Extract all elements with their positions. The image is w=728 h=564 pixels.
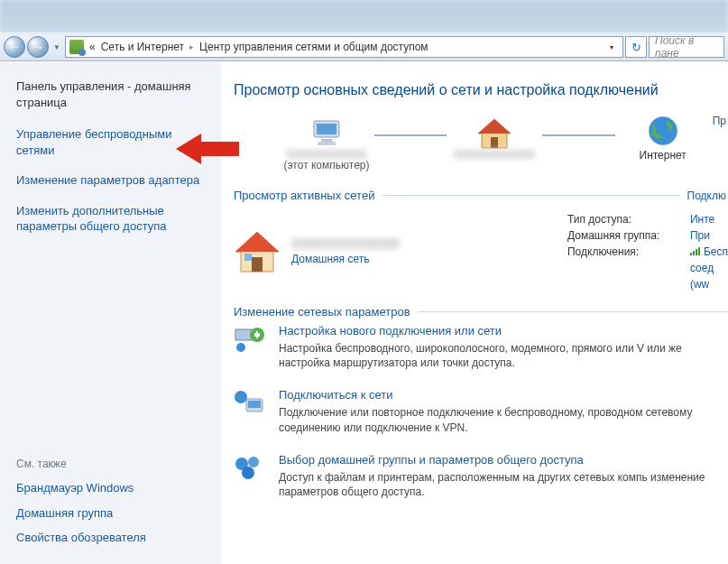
map-internet: Интернет [613,115,713,174]
homegroup-icon [234,455,266,482]
svg-rect-24 [248,401,261,408]
connections-value-2[interactable]: соед [690,260,714,276]
svg-rect-16 [696,249,697,255]
network-properties: Тип доступа: Инте Домашняя группа: При П… [567,211,728,292]
connect-to-network[interactable]: Подключиться к сети Подключение или повт… [234,388,728,434]
setup-new-connection[interactable]: Настройка нового подключения или сети На… [234,324,728,370]
svg-rect-3 [321,139,332,142]
active-networks-header: Просмотр активных сетей [234,189,374,202]
svg-point-28 [242,467,254,479]
setup-connection-title[interactable]: Настройка нового подключения или сети [279,324,728,337]
content-area: Просмотр основных сведений о сети и наст… [221,62,728,564]
svg-rect-4 [318,142,336,145]
computer-icon [309,117,345,150]
network-name-blurred [291,238,400,249]
sidebar-link-sharing[interactable]: Изменить дополнительные параметры общего… [16,203,210,235]
settings-list: Настройка нового подключения или сети На… [234,324,728,499]
see-also-firewall[interactable]: Брандмауэр Windows [16,480,210,496]
access-type-label: Тип доступа: [567,211,683,227]
svg-rect-21 [256,331,258,338]
breadcrumb-ellipsis: « [89,41,96,53]
svg-rect-17 [698,247,700,255]
connections-value[interactable]: Бесп [690,244,728,260]
svg-rect-2 [317,124,336,134]
breadcrumb-seg2[interactable]: Центр управления сетями и общим доступом [199,41,429,53]
homegroup-sharing[interactable]: Выбор домашней группы и параметров общег… [234,453,728,499]
homegroup-desc: Доступ к файлам и принтерам, расположенн… [279,470,728,499]
network-type-link[interactable]: Домашняя сеть [291,253,400,265]
see-also-homegroup[interactable]: Домашняя группа [16,505,210,522]
svg-rect-12 [252,257,263,272]
this-computer-label: (этот компьютер) [284,159,370,171]
svg-rect-13 [244,254,252,261]
breadcrumb-seg1[interactable]: Сеть и Интернет [101,41,184,53]
new-connection-icon [234,326,266,353]
refresh-button[interactable]: ↻ [625,36,647,58]
page-title: Просмотр основных сведений о сети и наст… [234,82,728,98]
computer-name-blurred [286,150,367,159]
svg-point-22 [236,343,245,352]
sidebar-link-adapter[interactable]: Изменение параметров адаптера [16,172,210,189]
globe-icon [647,115,679,147]
see-also-browser[interactable]: Свойства обозревателя [16,530,210,546]
window-titlebar [0,0,728,32]
control-panel-home-link[interactable]: Панель управления - домашняя страница [16,79,210,110]
homegroup-value[interactable]: При [690,227,710,244]
connections-value-3[interactable]: (ww [690,276,709,292]
home-network-icon [234,230,281,273]
connect-network-desc: Подключение или повторное подключение к … [279,405,728,434]
address-dropdown[interactable]: ▾ [604,43,619,51]
connect-network-icon [234,390,266,417]
svg-rect-7 [491,137,498,148]
svg-marker-6 [478,119,511,134]
sidebar-link-wireless[interactable]: Управление беспроводными сетями [16,126,210,158]
breadcrumb-bar[interactable]: « Сеть и Интернет ▸ Центр управления сет… [65,36,623,58]
svg-point-27 [248,457,259,467]
sidebar: Панель управления - домашняя страница Уп… [0,62,221,564]
chevron-right-icon: ▸ [189,42,194,51]
access-type-value: Инте [690,211,714,227]
back-button[interactable]: ← [4,36,25,58]
router-name-blurred [454,150,535,159]
map-router [445,117,544,171]
house-icon [476,117,512,150]
main-panel: Панель управления - домашняя страница Уп… [0,61,728,564]
connections-label: Подключения: [567,244,683,260]
network-center-icon [69,40,84,54]
homegroup-label: Домашняя группа: [567,227,683,244]
search-input[interactable]: Поиск в пане [649,36,724,58]
setup-connection-desc: Настройка беспроводного, широкополосного… [279,341,728,370]
svg-marker-11 [235,232,279,252]
svg-rect-18 [235,329,252,340]
history-dropdown[interactable]: ▼ [51,43,63,51]
internet-label: Интернет [640,149,687,162]
network-map: (этот компьютер) [234,115,713,174]
homegroup-title[interactable]: Выбор домашней группы и параметров общег… [279,453,728,467]
connect-disconnect-link[interactable]: Подклю [687,190,728,202]
wifi-signal-icon [690,246,701,255]
forward-button[interactable]: → [27,36,49,58]
svg-rect-15 [693,251,695,255]
full-map-link[interactable]: Пр [713,115,728,127]
svg-point-25 [235,391,247,403]
connect-network-title[interactable]: Подключиться к сети [279,388,728,402]
address-bar: ← → ▼ « Сеть и Интернет ▸ Центр управлен… [0,32,728,61]
svg-rect-14 [690,253,692,255]
active-network-row: Домашняя сеть Тип доступа: Инте Домашняя… [234,211,728,292]
see-also-header: См. также [16,457,210,471]
map-this-computer: (этот компьютер) [277,117,376,171]
change-settings-header: Изменение сетевых параметров [234,305,410,319]
